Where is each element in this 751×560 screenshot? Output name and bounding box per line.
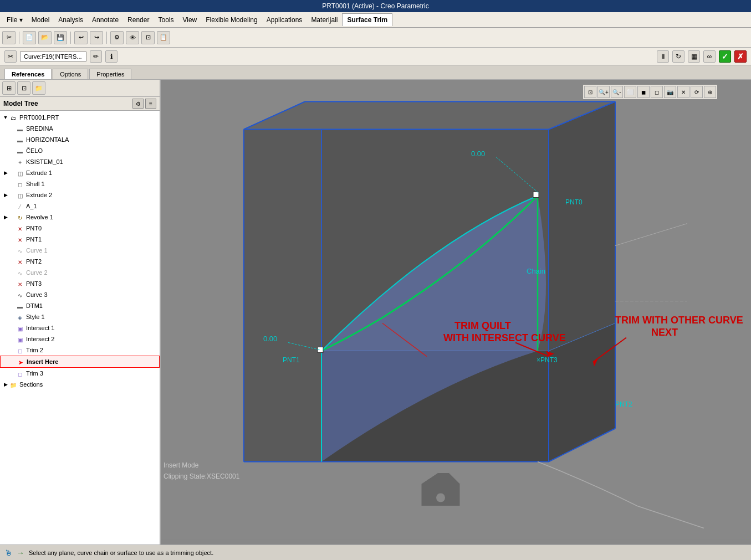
tree-item-revolve1[interactable]: ▶ ↻ Revolve 1: [0, 212, 160, 223]
vp-btn-box[interactable]: ⬜: [624, 86, 636, 98]
toolbar-copy[interactable]: ⊡: [141, 31, 155, 44]
svg-text:PNT2: PNT2: [615, 400, 632, 408]
tree-arrow-dtm1: [2, 301, 9, 311]
tree-item-pnt0[interactable]: ✕ PNT0: [0, 223, 160, 234]
svg-text:PNT1: PNT1: [283, 356, 300, 364]
toolbar-new[interactable]: 📄: [23, 31, 36, 44]
svg-text:Clipping State:XSEC0001: Clipping State:XSEC0001: [164, 472, 240, 480]
menu-render[interactable]: Render: [123, 14, 154, 26]
feature-chain-btn[interactable]: ∞: [703, 50, 716, 63]
menu-surface-trim[interactable]: Surface Trim: [342, 13, 392, 26]
menu-analysis[interactable]: Analysis: [54, 14, 88, 26]
toolbar-undo[interactable]: ↩: [74, 31, 88, 44]
menu-flexible-modeling[interactable]: Flexible Modeling: [201, 14, 262, 26]
tree-item-intersect2[interactable]: ▣ Intersect 2: [0, 333, 160, 345]
model-tree[interactable]: ▼ 🗂 PRT0001.PRT ▬ SREDINA ▬ HORIZONTALA …: [0, 111, 160, 544]
feature-pause-btn[interactable]: ⏸: [657, 50, 669, 63]
tree-icon-trim2: ◻: [16, 346, 24, 354]
tab-options[interactable]: Options: [53, 69, 88, 79]
menu-tools[interactable]: Tools: [154, 14, 178, 26]
tree-item-pnt2[interactable]: ✕ PNT2: [0, 256, 160, 267]
feature-display-btn[interactable]: ▦: [688, 50, 700, 63]
tree-icon-ksistem: ✦: [16, 158, 24, 166]
viewport[interactable]: ⊡ 🔍+ 🔍- ⬜ ◼ ◻ 📷 ✕ ⟳ ⊕: [161, 80, 751, 544]
tree-item-a1[interactable]: ∕ A_1: [0, 201, 160, 212]
tree-label-trim2: Trim 2: [26, 345, 43, 355]
menu-annotate[interactable]: Annotate: [88, 14, 123, 26]
vp-btn-wire[interactable]: ◻: [651, 86, 663, 98]
menu-file[interactable]: File ▾: [2, 14, 27, 26]
tree-item-curve2[interactable]: ∿ Curve 2: [0, 267, 160, 278]
feature-info-btn[interactable]: ℹ: [105, 50, 117, 63]
tree-item-style1[interactable]: ◈ Style 1: [0, 311, 160, 322]
vp-btn-orient[interactable]: ⟳: [691, 86, 703, 98]
tree-item-celo[interactable]: ▬ ČELO: [0, 145, 160, 156]
feature-confirm-btn[interactable]: ✓: [719, 50, 731, 63]
vp-btn-shaded[interactable]: ◼: [637, 86, 650, 98]
tree-label-extrude2: Extrude 2: [26, 190, 52, 200]
tree-item-dtm1[interactable]: ▬ DTM1: [0, 300, 160, 311]
tree-label-pnt3: PNT3: [26, 279, 42, 289]
tree-item-trim2[interactable]: ◻ Trim 2: [0, 345, 160, 356]
tree-list-btn[interactable]: ≡: [145, 99, 156, 109]
tabs-bar: References Options Properties: [0, 65, 751, 80]
vp-btn-extra[interactable]: ⊕: [704, 86, 716, 98]
feature-cancel-btn[interactable]: ✗: [734, 50, 747, 63]
vp-btn-screenshot[interactable]: 📷: [664, 86, 676, 98]
tree-item-intersect1[interactable]: ▣ Intersect 1: [0, 322, 160, 333]
tree-item-curve3[interactable]: ∿ Curve 3: [0, 289, 160, 300]
toolbar-settings[interactable]: ⚙: [110, 31, 124, 44]
tree-item-pnt3[interactable]: ✕ PNT3: [0, 278, 160, 289]
tree-item-pnt1[interactable]: ✕ PNT1: [0, 234, 160, 245]
tree-item-shell1[interactable]: ◻ Shell 1: [0, 178, 160, 189]
toolbar-paste[interactable]: 📋: [157, 31, 170, 44]
vp-btn-zoom-out[interactable]: 🔍-: [611, 86, 623, 98]
tab-properties[interactable]: Properties: [89, 69, 131, 79]
tree-item-curve1[interactable]: ∿ Curve 1: [0, 245, 160, 256]
tree-item-sections[interactable]: ▶ 📁 Sections: [0, 379, 160, 390]
left-tb-folder[interactable]: 📁: [32, 81, 45, 95]
feature-cycle-btn[interactable]: ↻: [672, 50, 684, 63]
tree-arrow-pnt1: [2, 234, 9, 244]
tree-item-horizontala[interactable]: ▬ HORIZONTALA: [0, 134, 160, 145]
tree-arrow-curve1: [2, 245, 9, 255]
toolbar-view2[interactable]: 👁: [126, 31, 139, 44]
tree-label-intersect1: Intersect 1: [26, 323, 54, 333]
tree-icon-trim3: ◻: [16, 369, 24, 377]
tree-arrow-root: ▼: [2, 112, 9, 122]
left-tb-grid[interactable]: ⊞: [2, 81, 16, 95]
vp-btn-zoom-in[interactable]: 🔍+: [597, 86, 610, 98]
tree-item-sredina[interactable]: ▬ SREDINA: [0, 123, 160, 134]
menu-model[interactable]: Model: [27, 14, 54, 26]
feature-edit-btn[interactable]: ✏: [90, 50, 102, 63]
tree-item-extrude2[interactable]: ▶ ◫ Extrude 2: [0, 189, 160, 201]
tree-label-ksistem: KSISTEM_01: [26, 157, 63, 167]
tab-references[interactable]: References: [4, 69, 52, 79]
toolbar-scissors[interactable]: ✂: [2, 31, 16, 44]
tree-label-root: PRT0001.PRT: [19, 112, 59, 122]
tree-item-root[interactable]: ▼ 🗂 PRT0001.PRT: [0, 112, 160, 123]
svg-marker-4: [244, 130, 321, 462]
tree-item-ksistem[interactable]: ✦ KSISTEM_01: [0, 156, 160, 167]
tree-label-pnt2: PNT2: [26, 256, 42, 266]
svg-text:WITH INTERSECT CURVE: WITH INTERSECT CURVE: [443, 332, 566, 343]
tree-arrow-trim3: [2, 368, 9, 378]
vp-btn-measure[interactable]: ✕: [677, 86, 689, 98]
toolbar-open[interactable]: 📂: [38, 31, 52, 44]
tree-item-extrude1[interactable]: ▶ ◫ Extrude 1: [0, 167, 160, 178]
tree-arrow-extrude1: ▶: [2, 168, 9, 178]
menu-view[interactable]: View: [178, 14, 201, 26]
toolbar-save[interactable]: 💾: [54, 31, 67, 44]
menu-applications[interactable]: Applications: [262, 14, 307, 26]
feature-toolbar: ✂ Curve:F19(INTERS... ✏ ℹ ⏸ ↻ ▦ ∞ ✓ ✗: [0, 48, 751, 65]
tree-arrow-intersect2: [2, 334, 9, 344]
tree-item-trim3[interactable]: ◻ Trim 3: [0, 368, 160, 379]
left-tb-copy[interactable]: ⊡: [17, 81, 30, 95]
tree-item-inserthere[interactable]: ➤ Insert Here: [0, 356, 160, 368]
toolbar-redo[interactable]: ↪: [90, 31, 103, 44]
tree-label-extrude1: Extrude 1: [26, 168, 52, 178]
vp-btn-zoom-fit[interactable]: ⊡: [584, 86, 596, 98]
menu-materijali[interactable]: Materijali: [306, 14, 342, 26]
tree-settings-btn[interactable]: ⚙: [132, 99, 144, 109]
tree-icon-revolve1: ↻: [16, 213, 24, 221]
